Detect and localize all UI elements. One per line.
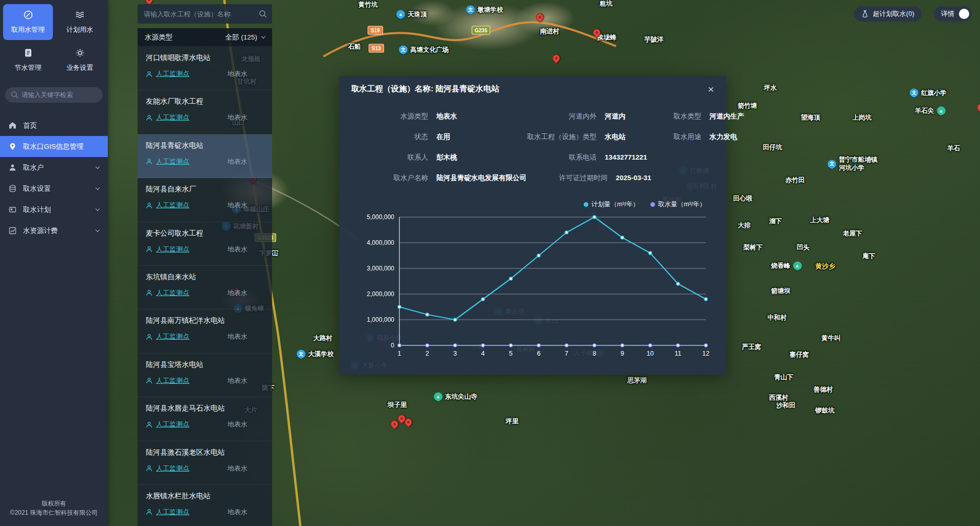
sidebar-item-4[interactable]: 取水设置 [0, 178, 108, 199]
sidebar-item-2[interactable]: 取水口GIS信息管理 [0, 136, 108, 157]
toggle-knob[interactable] [959, 9, 969, 19]
map-label: 庵下 [862, 252, 875, 261]
sidebar-search-input[interactable] [5, 87, 103, 103]
field: 联系人彭木桃 [352, 153, 515, 162]
field: 河道内外河道内 [515, 112, 662, 121]
temple-pin-icon: ▲ [434, 393, 443, 401]
chart-icon [9, 227, 16, 235]
field-label: 取水户名称 [352, 173, 428, 183]
over-plan-badge[interactable]: 超计划取水(0) [854, 6, 921, 22]
map-label: 粗坑 [600, 0, 612, 8]
sidebar-item-6[interactable]: 水资源计费 [0, 220, 108, 241]
station-name: 水唇镇水栏肚水电站 [146, 492, 264, 501]
sidebar-item-label: 取水计划 [23, 205, 51, 215]
field: 许可证过期时间2025-03-31 [527, 173, 674, 183]
school-pin-icon: 文 [910, 89, 918, 98]
monitor-type: 人工监测点 [146, 69, 189, 79]
peak-pin-icon: ▲ [937, 107, 946, 115]
monitor-type: 人工监测点 [146, 113, 189, 122]
map-label: 大路村 [313, 335, 333, 343]
road-shield: S13 [369, 44, 384, 53]
field-value: 2025-03-31 [616, 174, 651, 182]
field: 水源类型地表水 [352, 112, 515, 121]
legend-dot [650, 202, 655, 207]
peak-pin-icon: ▲ [793, 262, 802, 270]
person-icon [146, 465, 152, 472]
field-row: 联系人彭木桃联系电话13432771221 [352, 153, 712, 162]
map-label: 箭竹塘 [738, 102, 757, 110]
legend-label: 计划量（m³/年） [591, 200, 639, 209]
station-items: 河口镇唱歌潭水电站人工监测点地表水友能水厂取水工程人工监测点地表水陆河县青碇水电… [138, 47, 272, 526]
module-4[interactable]: 业务设置 [55, 42, 105, 78]
person-icon [146, 289, 152, 296]
legend-item[interactable]: 计划量（m³/年） [584, 200, 639, 209]
sidebar-item-5[interactable]: 取水计划 [0, 199, 108, 220]
list-item[interactable]: 陆河县自来水厂人工监测点地表水 [138, 178, 272, 222]
sidebar-item-1[interactable]: 首页 [0, 115, 108, 136]
list-item[interactable]: 陆河县水唇走马石水电站人工监测点地表水 [138, 397, 272, 441]
map-label: 中和村 [767, 314, 787, 322]
monitor-type: 人工监测点 [146, 420, 189, 429]
source-type-filter: 水源类型 全部 (125) [138, 28, 272, 47]
svg-text:11: 11 [675, 350, 681, 357]
station-name: 陆河县激石溪老区水电站 [146, 448, 264, 457]
list-item[interactable]: 陆河县青碇水电站人工监测点地表水 [138, 134, 272, 178]
modal-fields: 水源类型地表水河道内外河道内取水类型河道内生产状态在用取水工程（设施）类型水电站… [339, 102, 726, 183]
station-list-panel: 水源类型 全部 (125) 河口镇唱歌潭水电站人工监测点地表水友能水厂取水工程人… [138, 4, 272, 526]
module-label: 取用水管理 [11, 25, 45, 34]
legend-item[interactable]: 取水量（m³/年） [650, 200, 706, 209]
field-label: 水源类型 [352, 112, 428, 121]
list-item[interactable]: 河口镇唱歌潭水电站人工监测点地表水 [138, 47, 272, 90]
list-item[interactable]: 陆河县宝塔水电站人工监测点地表水 [138, 354, 272, 397]
module-3[interactable]: 节水管理 [3, 42, 53, 78]
module-label: 业务设置 [67, 63, 93, 72]
list-item[interactable]: 东坑镇自来水站人工监测点地表水 [138, 266, 272, 309]
map-label: 挨垅蜂 [597, 34, 617, 42]
filter-value: 全部 (125) [225, 33, 257, 42]
map-label: 坪里 [506, 418, 518, 426]
sidebar: 取用水管理计划用水节水管理业务设置 首页取水口GIS信息管理取水户取水设置取水计… [0, 0, 108, 526]
map-label: 田仔坑 [763, 144, 782, 152]
list-item[interactable]: 麦卡公司取水工程人工监测点地表水 [138, 222, 272, 266]
sidebar-item-3[interactable]: 取水户 [0, 157, 108, 178]
person-icon [146, 71, 152, 77]
water-source-type: 地表水 [227, 245, 247, 254]
sidebar-item-label: 取水设置 [23, 184, 51, 193]
water-source-type: 地表水 [227, 420, 247, 429]
field-value: 河道内 [605, 112, 626, 121]
module-2[interactable]: 计划用水 [55, 4, 105, 40]
field-label: 河道内外 [515, 112, 597, 121]
legend-dot [584, 202, 588, 207]
flask-icon [861, 10, 869, 18]
close-icon[interactable]: × [708, 84, 714, 94]
map-label: ▲天珠顶 [396, 10, 427, 19]
map-label: 凹头 [797, 244, 810, 252]
map-label: 文红旗小学 [910, 89, 947, 98]
module-1[interactable]: 取用水管理 [3, 4, 53, 40]
svg-text:4: 4 [481, 350, 485, 357]
station-search-input[interactable] [138, 4, 272, 24]
field-value: 地表水 [436, 112, 457, 121]
list-item[interactable]: 友能水厂取水工程人工监测点地表水 [138, 90, 272, 134]
detail-toggle-label: 详情 [941, 9, 954, 18]
person-icon [146, 509, 152, 515]
module-label: 节水管理 [15, 63, 42, 72]
road-shield: G235 [472, 26, 490, 35]
map-label: 上大塘 [810, 217, 830, 225]
filter-dropdown[interactable]: 全部 (125) [225, 33, 265, 42]
svg-text:5: 5 [509, 350, 512, 357]
list-item[interactable]: 陆河县南万镇杞洋水电站人工监测点地表水 [138, 309, 272, 353]
map-label: 善德村 [814, 386, 833, 394]
detail-toggle[interactable]: 详情 [934, 6, 972, 22]
station-detail-modal: 取水工程（设施）名称: 陆河县青碇水电站 × 水源类型地表水河道内外河道内取水类… [339, 76, 726, 375]
field-label: 许可证过期时间 [527, 173, 608, 183]
chevron-down-icon [95, 206, 100, 210]
person-icon [146, 158, 152, 165]
person-icon [146, 421, 152, 428]
sidebar-item-label: 取水口GIS信息管理 [23, 142, 84, 151]
field: 联系电话13432771221 [515, 153, 662, 162]
list-item[interactable]: 水唇镇水栏肚水电站人工监测点地表水 [138, 485, 272, 526]
map-label: 文普宁市船埔镇 河坑小学 [828, 156, 877, 172]
search-icon[interactable] [259, 10, 267, 18]
list-item[interactable]: 陆河县激石溪老区水电站人工监测点地表水 [138, 441, 272, 485]
